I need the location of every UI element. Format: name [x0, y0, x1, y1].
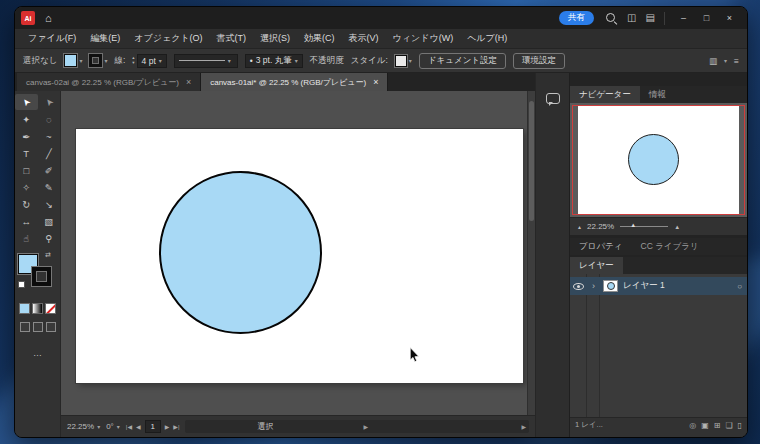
delete-layer-icon[interactable]: ▯: [738, 421, 742, 430]
rotation-select[interactable]: 0° ▾: [106, 422, 120, 431]
close-tab-icon[interactable]: ×: [186, 77, 191, 87]
tab-navigator[interactable]: ナビゲーター: [570, 86, 640, 103]
swap-fill-stroke-icon[interactable]: ⇄: [45, 251, 51, 259]
stroke-width-control[interactable]: ▴▾ 4 pt ▾: [132, 54, 166, 68]
width-tool[interactable]: ↔: [15, 213, 38, 229]
none-button[interactable]: [45, 303, 56, 314]
close-button[interactable]: ×: [718, 7, 741, 29]
opacity-label[interactable]: 不透明度: [310, 55, 344, 67]
brush-dropdown[interactable]: • 3 pt. 丸筆 ▾: [245, 54, 303, 68]
share-button[interactable]: 共有: [559, 11, 594, 25]
circle-shape[interactable]: [159, 171, 322, 334]
canvas-pasteboard[interactable]: [61, 91, 535, 415]
new-sublayer-icon[interactable]: ⊞: [714, 421, 721, 430]
menu-select[interactable]: 選択(S): [253, 32, 297, 45]
menu-window[interactable]: ウィンドウ(W): [386, 32, 461, 45]
arrange-documents-icon[interactable]: ▤: [646, 13, 655, 23]
rotate-tool[interactable]: ↻: [15, 196, 38, 212]
illustrator-app-icon[interactable]: Ai: [21, 11, 35, 25]
layer-row[interactable]: › レイヤー 1 ○: [570, 277, 747, 295]
draw-normal-button[interactable]: [20, 322, 30, 332]
zoom-slider-thumb[interactable]: ▲: [630, 222, 636, 228]
stroke-width-field[interactable]: 4 pt ▾: [137, 54, 167, 68]
type-tool[interactable]: T: [15, 145, 38, 161]
zoom-in-icon[interactable]: ▲: [674, 224, 680, 230]
navigator-zoom-slider[interactable]: ▲: [620, 226, 668, 227]
menu-effect[interactable]: 効果(C): [297, 32, 342, 45]
minimize-button[interactable]: –: [672, 7, 695, 29]
hamburger-menu-icon[interactable]: ≡: [734, 56, 739, 66]
scroll-right-arrow-icon[interactable]: ▶: [521, 423, 526, 430]
paintbrush-tool[interactable]: ✐: [38, 162, 61, 178]
line-segment-tool[interactable]: ╱: [38, 145, 61, 161]
gradient-tool[interactable]: ▧: [38, 213, 61, 229]
draw-behind-button[interactable]: [33, 322, 43, 332]
layer-name[interactable]: レイヤー 1: [623, 280, 665, 292]
fill-color-control[interactable]: ▾: [64, 54, 82, 67]
magic-wand-tool[interactable]: ✦: [15, 111, 38, 127]
artboard-number-field[interactable]: 1: [145, 420, 161, 433]
width-profile-dropdown[interactable]: ▾: [174, 54, 238, 68]
navigator-zoom-field[interactable]: 22.25%: [587, 222, 614, 231]
workspace-switcher-icon[interactable]: ◫: [627, 13, 636, 23]
selection-tool[interactable]: ➤: [15, 94, 38, 110]
document-tab-canvas-01[interactable]: canvas-01ai* @ 22.25 % (RGB/プレビュー) ×: [201, 73, 388, 91]
tab-cc-libraries[interactable]: CC ライブラリ: [632, 238, 708, 255]
pencil-tool[interactable]: ✎: [38, 179, 61, 195]
scale-tool[interactable]: ↘: [38, 196, 61, 212]
zoom-level-select[interactable]: 22.25% ▾: [67, 422, 100, 431]
lasso-tool[interactable]: ◌: [38, 111, 61, 127]
hand-tool[interactable]: ☝: [15, 230, 38, 246]
zoom-out-icon[interactable]: ▴: [578, 223, 581, 230]
menu-type[interactable]: 書式(T): [210, 32, 254, 45]
shaper-tool[interactable]: ✧: [15, 179, 38, 195]
document-tab-canvas-02[interactable]: canvas-02ai @ 22.25 % (RGB/プレビュー) ×: [17, 73, 201, 91]
locate-object-icon[interactable]: ◎: [689, 421, 696, 430]
document-setup-button[interactable]: ドキュメント設定: [419, 53, 506, 69]
next-artboard-button[interactable]: ▶: [165, 423, 170, 430]
visibility-toggle[interactable]: [570, 283, 587, 290]
draw-inside-button[interactable]: [46, 322, 56, 332]
menu-help[interactable]: ヘルプ(H): [460, 32, 514, 45]
horizontal-scrollbar[interactable]: 選択 ▶ ▶: [185, 420, 529, 433]
color-button[interactable]: [19, 303, 30, 314]
style-control[interactable]: ▾: [395, 55, 412, 67]
rectangle-tool[interactable]: □: [15, 162, 38, 178]
first-artboard-button[interactable]: |◀: [126, 423, 132, 430]
menu-object[interactable]: オブジェクト(O): [127, 32, 209, 45]
edit-toolbar-button[interactable]: …: [15, 348, 60, 358]
preferences-button[interactable]: 環境設定: [513, 53, 565, 69]
default-fill-stroke-icon[interactable]: [18, 281, 25, 288]
chevron-down-icon[interactable]: ▾: [724, 57, 727, 64]
menu-edit[interactable]: 編集(E): [83, 32, 127, 45]
vertical-scrollbar[interactable]: [527, 91, 535, 415]
tab-info[interactable]: 情報: [640, 86, 675, 103]
comments-icon[interactable]: [546, 93, 560, 104]
new-layer-icon[interactable]: ❏: [725, 421, 732, 430]
maximize-button[interactable]: □: [695, 7, 718, 29]
home-icon[interactable]: ⌂: [45, 13, 52, 24]
layer-target-icon[interactable]: ○: [737, 282, 742, 291]
menu-view[interactable]: 表示(V): [342, 32, 386, 45]
tab-properties[interactable]: プロパティ: [570, 238, 632, 255]
last-artboard-button[interactable]: ▶|: [173, 423, 179, 430]
close-tab-icon[interactable]: ×: [373, 77, 378, 87]
direct-selection-tool[interactable]: ➤: [38, 94, 61, 110]
pen-tool[interactable]: ✒: [15, 128, 38, 144]
stroke-color-proxy[interactable]: [32, 267, 51, 286]
search-icon[interactable]: [604, 11, 618, 25]
navigator-view-proxy[interactable]: [572, 105, 745, 215]
tab-layers[interactable]: レイヤー: [570, 257, 623, 274]
artboard[interactable]: [76, 129, 523, 383]
expand-layer-icon[interactable]: ›: [587, 281, 600, 291]
gradient-button[interactable]: [32, 303, 43, 314]
layer-thumbnail[interactable]: [603, 280, 618, 292]
navigator-preview[interactable]: [570, 103, 747, 217]
clipping-mask-icon[interactable]: ▣: [701, 421, 709, 430]
curvature-tool[interactable]: ~: [38, 128, 61, 144]
stroke-color-control[interactable]: ▾: [89, 54, 107, 67]
menu-file[interactable]: ファイル(F): [21, 32, 83, 45]
vertical-scrollbar-thumb[interactable]: [529, 101, 534, 221]
status-flyout-arrow-icon[interactable]: ▶: [363, 423, 368, 430]
zoom-tool[interactable]: ⚲: [38, 230, 61, 246]
